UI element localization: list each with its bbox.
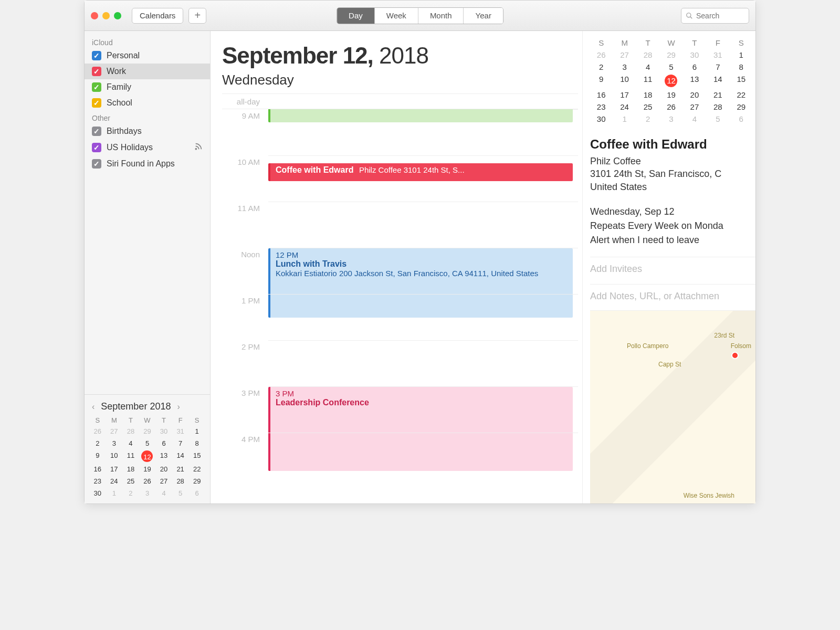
calendars-button[interactable]: Calendars bbox=[132, 8, 183, 24]
calendar-checkbox[interactable]: ✓ bbox=[92, 51, 101, 60]
day-cell[interactable]: 24 bbox=[613, 102, 635, 111]
day-cell[interactable]: 2 bbox=[637, 114, 659, 123]
day-cell[interactable]: 4 bbox=[123, 438, 139, 448]
hour-cell[interactable] bbox=[268, 340, 578, 386]
calendar-checkbox[interactable]: ✓ bbox=[92, 98, 101, 108]
day-cell[interactable]: 5 bbox=[173, 488, 188, 498]
view-month[interactable]: Month bbox=[418, 8, 464, 24]
day-cell[interactable]: 1 bbox=[107, 488, 122, 498]
calendar-checkbox[interactable]: ✓ bbox=[92, 143, 101, 152]
day-cell[interactable]: 8 bbox=[189, 438, 205, 448]
day-cell[interactable]: 10 bbox=[613, 75, 635, 87]
day-cell[interactable]: 7 bbox=[707, 62, 729, 71]
day-cell[interactable]: 18 bbox=[123, 464, 139, 474]
day-cell[interactable]: 29 bbox=[730, 102, 752, 111]
day-cell[interactable]: 28 bbox=[707, 102, 729, 111]
zoom-icon[interactable] bbox=[114, 12, 121, 19]
day-cell[interactable]: 8 bbox=[730, 62, 752, 71]
add-event-button[interactable]: + bbox=[188, 8, 206, 24]
day-cell[interactable]: 6 bbox=[189, 488, 205, 498]
day-cell[interactable]: 1 bbox=[730, 50, 752, 59]
day-cell[interactable]: 25 bbox=[123, 476, 139, 486]
view-week[interactable]: Week bbox=[375, 8, 418, 24]
day-cell[interactable]: 3 bbox=[613, 62, 635, 71]
search-box[interactable] bbox=[681, 8, 749, 24]
day-cell[interactable]: 19 bbox=[140, 464, 155, 474]
hour-cell[interactable] bbox=[268, 202, 578, 248]
day-cell[interactable]: 4 bbox=[156, 488, 172, 498]
mini-next-button[interactable]: › bbox=[175, 402, 182, 412]
day-cell[interactable]: 5 bbox=[660, 62, 682, 71]
day-cell[interactable]: 29 bbox=[660, 50, 682, 59]
day-cell[interactable]: 30 bbox=[684, 50, 706, 59]
day-grid[interactable]: 9 AM8:30 AMFaceTime with grandma10 AMCof… bbox=[222, 109, 578, 503]
day-cell[interactable]: 17 bbox=[613, 90, 635, 99]
day-cell[interactable]: 2 bbox=[90, 438, 106, 448]
day-cell[interactable]: 4 bbox=[637, 62, 659, 71]
minimize-icon[interactable] bbox=[102, 12, 110, 19]
day-cell[interactable]: 4 bbox=[684, 114, 706, 123]
day-cell[interactable]: 27 bbox=[613, 50, 635, 59]
allday-row[interactable]: all-day bbox=[222, 93, 578, 109]
day-cell[interactable]: 2 bbox=[123, 488, 139, 498]
add-notes-field[interactable]: Add Notes, URL, or Attachmen bbox=[590, 291, 755, 302]
month-picker[interactable]: SMTWTFS262728293031123456789101112131415… bbox=[590, 38, 755, 123]
hour-cell[interactable]: 12 PMLunch with TravisKokkari Estiatorio… bbox=[268, 248, 578, 294]
day-cell[interactable]: 30 bbox=[90, 488, 106, 498]
day-cell[interactable]: 26 bbox=[660, 102, 682, 111]
view-year[interactable]: Year bbox=[464, 8, 503, 24]
day-cell[interactable]: 10 bbox=[107, 450, 122, 462]
day-cell[interactable]: 20 bbox=[156, 464, 172, 474]
day-cell[interactable]: 21 bbox=[173, 464, 188, 474]
view-day[interactable]: Day bbox=[337, 8, 375, 24]
day-cell[interactable]: 13 bbox=[684, 75, 706, 87]
day-cell[interactable]: 29 bbox=[189, 476, 205, 486]
day-cell[interactable]: 26 bbox=[590, 50, 612, 59]
day-cell[interactable]: 14 bbox=[707, 75, 729, 87]
day-cell[interactable]: 11 bbox=[637, 75, 659, 87]
day-cell[interactable]: 27 bbox=[107, 426, 122, 436]
event-map[interactable]: 23rd St Pollo Campero Capp St Folsom Wis… bbox=[590, 310, 755, 503]
day-cell[interactable]: 29 bbox=[140, 426, 155, 436]
day-cell[interactable]: 31 bbox=[707, 50, 729, 59]
day-cell[interactable]: 5 bbox=[707, 114, 729, 123]
day-cell[interactable]: 30 bbox=[590, 114, 612, 123]
day-cell[interactable]: 27 bbox=[156, 476, 172, 486]
event-alert[interactable]: Alert when I need to leave bbox=[590, 233, 755, 247]
day-cell[interactable]: 16 bbox=[90, 464, 106, 474]
event-block[interactable]: 8:30 AMFaceTime with grandma bbox=[268, 109, 573, 122]
sidebar-item-siri-found-in-apps[interactable]: ✓Siri Found in Apps bbox=[85, 156, 210, 172]
day-cell[interactable]: 11 bbox=[123, 450, 139, 462]
day-cell[interactable]: 23 bbox=[90, 476, 106, 486]
mini-prev-button[interactable]: ‹ bbox=[90, 402, 97, 412]
day-cell[interactable]: 21 bbox=[707, 90, 729, 99]
event-when[interactable]: Wednesday, Sep 12 bbox=[590, 205, 755, 219]
sidebar-item-personal[interactable]: ✓Personal bbox=[85, 48, 210, 64]
day-cell[interactable]: 1 bbox=[613, 114, 635, 123]
event-block[interactable]: Coffee with Edward Philz Coffee 3101 24t… bbox=[268, 163, 573, 181]
day-cell[interactable]: 3 bbox=[140, 488, 155, 498]
hour-cell[interactable] bbox=[268, 294, 578, 340]
day-cell[interactable]: 17 bbox=[107, 464, 122, 474]
sidebar-item-work[interactable]: ✓Work bbox=[85, 64, 210, 79]
day-cell[interactable]: 7 bbox=[173, 438, 188, 448]
day-cell[interactable]: 12 bbox=[665, 75, 677, 87]
day-cell[interactable]: 27 bbox=[684, 102, 706, 111]
sidebar-item-us-holidays[interactable]: ✓US Holidays bbox=[85, 139, 210, 156]
day-cell[interactable]: 23 bbox=[590, 102, 612, 111]
day-cell[interactable]: 30 bbox=[156, 426, 172, 436]
day-cell[interactable]: 18 bbox=[637, 90, 659, 99]
day-cell[interactable]: 28 bbox=[173, 476, 188, 486]
sidebar-item-school[interactable]: ✓School bbox=[85, 95, 210, 111]
day-cell[interactable]: 13 bbox=[156, 450, 172, 462]
event-title[interactable]: Coffee with Edward bbox=[590, 137, 755, 152]
calendar-checkbox[interactable]: ✓ bbox=[92, 82, 101, 92]
day-cell[interactable]: 6 bbox=[156, 438, 172, 448]
day-cell[interactable]: 5 bbox=[140, 438, 155, 448]
day-cell[interactable]: 19 bbox=[660, 90, 682, 99]
event-repeat[interactable]: Repeats Every Week on Monda bbox=[590, 219, 755, 233]
calendar-checkbox[interactable]: ✓ bbox=[92, 159, 101, 169]
day-cell[interactable]: 3 bbox=[107, 438, 122, 448]
day-cell[interactable]: 12 bbox=[141, 450, 153, 462]
day-cell[interactable]: 20 bbox=[684, 90, 706, 99]
